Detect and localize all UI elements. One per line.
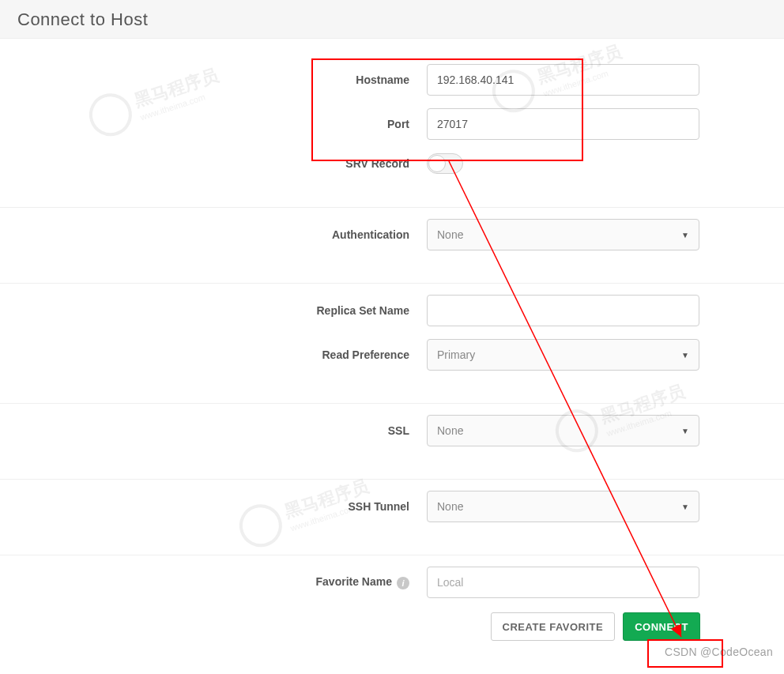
ssh-tunnel-value: None: [437, 500, 463, 513]
authentication-value: None: [437, 228, 463, 241]
port-input[interactable]: [427, 108, 699, 140]
replica-set-input[interactable]: [427, 295, 699, 326]
create-favorite-button[interactable]: CREATE FAVORITE: [491, 612, 616, 641]
form: Hostname Port SRV Record Authen: [0, 39, 784, 646]
read-preference-select[interactable]: Primary ▼: [427, 339, 699, 371]
page-title: Connect to Host: [17, 9, 767, 30]
hostname-label: Hostname: [0, 73, 427, 86]
ssl-select[interactable]: None ▼: [427, 415, 699, 446]
ssh-tunnel-select[interactable]: None ▼: [427, 491, 699, 522]
info-icon: i: [397, 577, 409, 589]
connect-page: 黑马程序员www.itheima.com 黑马程序员www.itheima.co…: [0, 0, 784, 674]
chevron-down-icon: ▼: [681, 351, 689, 360]
connect-button[interactable]: CONNECT: [623, 612, 700, 641]
authentication-select[interactable]: None ▼: [427, 219, 699, 250]
replica-set-label: Replica Set Name: [0, 304, 427, 317]
ssh-tunnel-label: SSH Tunnel: [0, 500, 427, 513]
read-preference-value: Primary: [437, 348, 475, 361]
authentication-label: Authentication: [0, 228, 427, 241]
chevron-down-icon: ▼: [681, 503, 689, 511]
hostname-input[interactable]: [427, 64, 699, 96]
read-preference-label: Read Preference: [0, 348, 427, 361]
chevron-down-icon: ▼: [681, 231, 689, 239]
header: Connect to Host: [0, 0, 784, 39]
ssl-label: SSL: [0, 424, 427, 437]
chevron-down-icon: ▼: [681, 427, 689, 435]
srv-toggle[interactable]: [427, 153, 463, 174]
port-label: Port: [0, 118, 427, 130]
ssl-value: None: [437, 424, 463, 437]
favorite-name-label: Favorite Namei: [0, 575, 427, 589]
favorite-name-input[interactable]: [427, 567, 699, 598]
srv-label: SRV Record: [0, 157, 427, 170]
watermark-text: CSDN @CodeOcean: [665, 646, 773, 658]
